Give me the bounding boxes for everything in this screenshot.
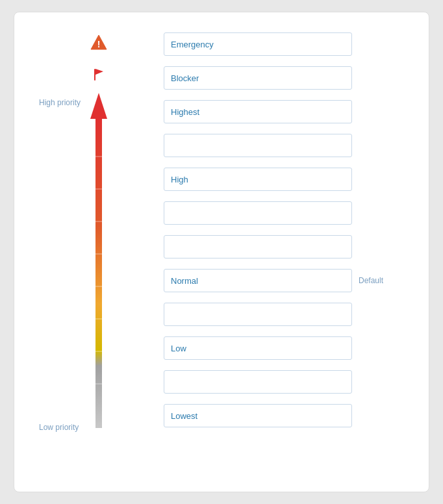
right-column: Emergency Blocker Highest	[164, 28, 409, 437]
blocker-icon-row	[34, 60, 164, 93]
emergency-icon-row: !	[34, 28, 164, 60]
row-blocker: Blocker	[164, 62, 409, 94]
arrow-section: High priority Low priority	[34, 93, 164, 437]
box-high[interactable]: High	[164, 168, 352, 191]
row-emergency: Emergency	[164, 28, 409, 60]
flag-icon	[92, 68, 106, 86]
high-priority-label: High priority	[39, 98, 81, 107]
box-empty3[interactable]	[164, 235, 352, 258]
row-low: Low	[164, 332, 409, 364]
row-highest: Highest	[164, 95, 409, 128]
main-card: ! High priority Low priority	[14, 12, 429, 492]
box-lowest[interactable]: Lowest	[164, 404, 352, 427]
svg-text:!: !	[97, 39, 101, 49]
row-empty2	[164, 197, 409, 229]
layout: ! High priority Low priority	[34, 28, 409, 437]
svg-rect-5	[95, 118, 102, 428]
box-low[interactable]: Low	[164, 336, 352, 360]
box-empty4[interactable]	[164, 303, 352, 326]
default-badge: Default	[359, 276, 383, 285]
box-normal[interactable]: Normal	[164, 269, 352, 292]
box-blocker[interactable]: Blocker	[164, 66, 352, 90]
row-empty1	[164, 129, 409, 162]
warning-icon: !	[90, 34, 107, 55]
row-lowest: Lowest	[164, 399, 409, 432]
row-normal: Normal Default	[164, 264, 409, 297]
svg-marker-3	[95, 69, 103, 75]
row-empty4	[164, 298, 409, 331]
box-empty1[interactable]	[164, 134, 352, 157]
svg-rect-2	[94, 69, 95, 81]
row-empty3	[164, 231, 409, 263]
box-empty5[interactable]	[164, 370, 352, 394]
left-column: ! High priority Low priority	[34, 28, 164, 437]
box-emergency[interactable]: Emergency	[164, 32, 352, 56]
row-empty5	[164, 366, 409, 398]
arrow-graphic	[89, 93, 108, 437]
low-priority-label: Low priority	[39, 423, 79, 432]
svg-marker-4	[90, 93, 107, 119]
box-highest[interactable]: Highest	[164, 100, 352, 123]
box-empty2[interactable]	[164, 201, 352, 225]
row-high: High	[164, 163, 409, 195]
